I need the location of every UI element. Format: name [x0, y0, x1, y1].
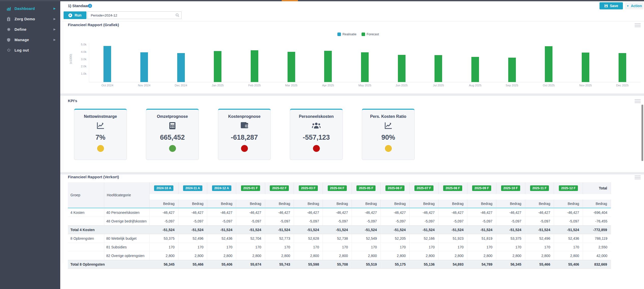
bar [361, 52, 369, 82]
bar [619, 53, 626, 82]
action-dropdown[interactable]: ▼ Action [625, 2, 643, 9]
column-header-month: 2025-03 F [294, 182, 323, 194]
kpi-card-4: Personeelskosten-557,123 [290, 109, 343, 160]
total-cell-value: 55,406 [554, 260, 583, 269]
cell-hoofdcategorie: 40 Personeelskosten [104, 208, 149, 217]
total-cell-value: -51,524 [410, 226, 439, 234]
cell-value: -5,097 [178, 217, 207, 226]
total-cell-value: 55,466 [525, 260, 554, 269]
x-tick-label: Dec 2024 [162, 84, 199, 87]
table-section-title: Financieel Rapport (Verkort) [68, 175, 119, 179]
legend-item-realisatie[interactable]: Realisatie [337, 33, 356, 36]
cell-value: -5,097 [381, 217, 410, 226]
table-menu-icon[interactable] [635, 175, 641, 179]
bar [140, 52, 148, 82]
month-badge: 2024-10 A [154, 185, 173, 191]
cell-value: 52,436 [207, 234, 236, 243]
kpi-status-indicator [241, 145, 248, 152]
column-header-month: 2025-06 F [381, 182, 410, 194]
sidebar-item-manage[interactable]: Manage▶ [0, 35, 60, 45]
bar [177, 53, 185, 82]
bar-group-jan-2025: Jan 2025 [199, 43, 236, 82]
column-header-total: Total [583, 182, 611, 194]
cell-value: 52,205 [381, 234, 410, 243]
save-button[interactable]: Save [600, 2, 623, 9]
sidebar-item-define[interactable]: Define▶ [0, 24, 60, 35]
period-filter-input[interactable] [87, 11, 182, 19]
month-badge: 2025-02 F [270, 185, 289, 191]
sub-header-bedrag: Bedrag [323, 200, 352, 208]
sidebar-menu: Dashboard▶Zorg Demo▶Define▶Manage▶Log ou… [0, 1, 60, 55]
cell-value: 2,800 [496, 251, 525, 260]
x-tick-label: Jun 2025 [383, 84, 420, 87]
chart-section-title: Financieel Rapport (Grafiek) [68, 23, 119, 27]
bar [398, 55, 406, 82]
total-cell-value: 55,519 [352, 260, 381, 269]
cell-value: 170 [236, 243, 265, 251]
vertical-scrollbar[interactable] [641, 105, 643, 161]
total-cell-value: -51,524 [381, 226, 410, 234]
legend-swatch [337, 33, 341, 36]
kpi-menu-icon[interactable] [635, 99, 641, 103]
total-cell-sum: 832,669 [583, 260, 611, 269]
sidebar-item-dashboard[interactable]: Dashboard▶ [0, 3, 60, 14]
sub-header-bedrag: Bedrag [207, 200, 236, 208]
kpi-card-5: Pers. Kosten Ratio90% [362, 109, 415, 160]
bar [582, 53, 589, 82]
save-label: Save [610, 4, 618, 8]
x-tick-label: Nov 2025 [567, 84, 604, 87]
cell-value: 52,628 [294, 234, 323, 243]
info-icon[interactable]: i [88, 4, 92, 8]
x-tick-label: Oct 2024 [89, 84, 126, 87]
total-cell-value: 55,406 [207, 260, 236, 269]
sidebar-item-log-out[interactable]: Log out [0, 45, 60, 55]
chart-menu-icon[interactable] [635, 23, 641, 27]
chevron-right-icon: ▶ [54, 7, 56, 10]
bar [435, 55, 442, 82]
cell-groep [68, 243, 104, 251]
cell-value: 2,800 [294, 251, 323, 260]
month-badge: 2024-11 A [183, 185, 202, 191]
bar-group-oct-2025: Oct 2025 [530, 43, 567, 82]
bar [251, 50, 258, 82]
sidebar-item-zorg-demo[interactable]: Zorg Demo▶ [0, 14, 60, 24]
total-cell-value: -51,524 [439, 226, 468, 234]
y-tick-label: 5.0k [76, 43, 86, 46]
section-gap [60, 93, 644, 96]
kpi-card-3: Kostenprognose-618,287 [218, 109, 271, 160]
cell-value: 170 [554, 243, 583, 251]
users-icon [290, 122, 342, 130]
cell-value: -5,097 [525, 217, 554, 226]
bar-group-feb-2025: Feb 2025 [236, 43, 273, 82]
bar-group-dec-2025: Dec 2025 [604, 43, 641, 82]
cell-value: -46,427 [352, 208, 381, 217]
cell-value: -46,427 [294, 208, 323, 217]
month-badge: 2025-01 F [241, 185, 260, 191]
bar [471, 57, 479, 82]
bar-group-nov-2025: Nov 2025 [567, 43, 604, 82]
x-tick-label: Jul 2025 [420, 84, 457, 87]
sidebar-item-label: Log out [14, 48, 29, 52]
cell-value: 52,773 [265, 234, 294, 243]
month-badge: 2025-04 F [328, 185, 347, 191]
action-label: Action [631, 4, 642, 8]
cell-value: 2,800 [554, 251, 583, 260]
cell-value: -5,097 [467, 217, 496, 226]
x-tick-label: Aug 2025 [457, 84, 494, 87]
run-button[interactable]: Run [64, 11, 86, 19]
cell-value: -5,097 [265, 217, 294, 226]
cell-value: -5,097 [554, 217, 583, 226]
total-cell-value: 55,674 [236, 260, 265, 269]
sub-header-bedrag: Bedrag [583, 200, 611, 208]
x-tick-label: Feb 2025 [236, 84, 273, 87]
kpi-status-indicator [169, 145, 176, 152]
column-header-month: 2025-01 F [236, 182, 265, 194]
search-icon[interactable] [175, 13, 179, 17]
cell-value: 2,800 [178, 251, 207, 260]
legend-item-forecast[interactable]: Forecast [362, 33, 379, 36]
chart-legend: RealisatieForecast [337, 33, 379, 36]
cell-value: 52,704 [236, 234, 265, 243]
kpi-value: -618,287 [218, 134, 271, 141]
column-header-month: 2025-09 F [467, 182, 496, 194]
total-cell-value: -51,524 [178, 226, 207, 234]
